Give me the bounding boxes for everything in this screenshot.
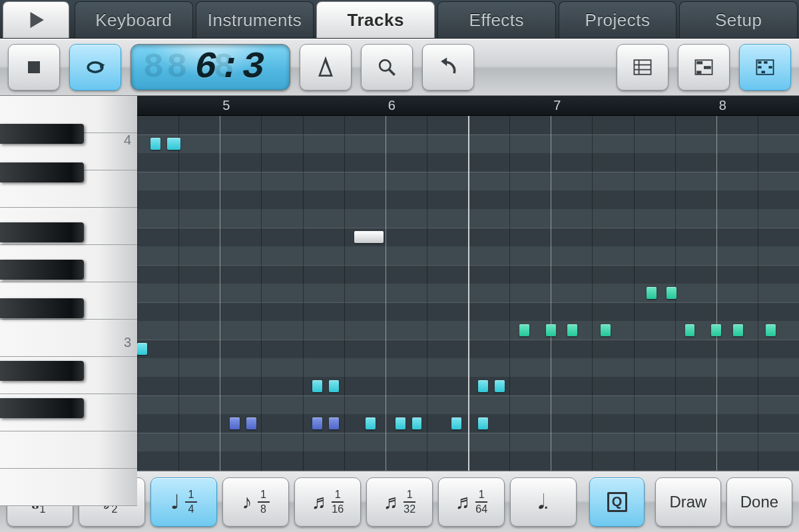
midi-note[interactable] (312, 380, 322, 392)
note-fraction: 116 (332, 489, 344, 515)
midi-note[interactable] (733, 324, 743, 336)
midi-note[interactable] (546, 324, 556, 336)
midi-note[interactable] (685, 324, 695, 336)
midi-note[interactable] (246, 417, 256, 429)
loop-button[interactable] (69, 44, 121, 91)
note-glyph-icon: ♬ (455, 492, 471, 512)
bar-number: 7 (553, 98, 561, 113)
bar-number: 6 (388, 98, 396, 113)
tabs-container: KeyboardInstrumentsTracksEffectsProjects… (73, 0, 799, 38)
midi-note[interactable] (329, 380, 339, 392)
midi-note[interactable] (451, 417, 461, 429)
midi-note[interactable] (137, 343, 147, 355)
undo-button[interactable] (422, 44, 474, 91)
note-grid[interactable] (137, 116, 799, 471)
lcd-ghost: 88:8 (143, 48, 237, 87)
black-key[interactable] (0, 222, 84, 242)
midi-note[interactable] (478, 380, 488, 392)
quantize-icon: Q (607, 492, 627, 512)
note-fraction: 164 (475, 489, 487, 515)
stop-button[interactable] (8, 44, 60, 91)
note-glyph-icon: 𝅘𝅥 . (538, 492, 549, 512)
svg-line-6 (390, 70, 395, 75)
note-value-dot[interactable]: 𝅘𝅥 . (510, 477, 577, 527)
tab-tracks[interactable]: Tracks (316, 1, 435, 38)
svg-rect-14 (704, 66, 711, 69)
svg-rect-18 (764, 61, 767, 64)
midi-note[interactable] (495, 380, 505, 392)
view-mode-3-button[interactable] (739, 44, 791, 91)
note-fraction: 132 (403, 489, 415, 515)
svg-rect-17 (758, 61, 761, 64)
midi-note[interactable] (666, 287, 676, 299)
metronome-button[interactable] (300, 44, 352, 91)
tab-instruments[interactable]: Instruments (196, 1, 314, 38)
midi-note[interactable] (567, 324, 577, 336)
bar-number: 8 (719, 98, 726, 113)
midi-note[interactable] (312, 417, 322, 429)
tab-effects[interactable]: Effects (437, 1, 556, 38)
midi-note[interactable] (354, 231, 384, 243)
midi-note[interactable] (150, 138, 160, 150)
midi-note[interactable] (167, 138, 180, 150)
note-glyph-icon: ♪ (242, 492, 252, 512)
midi-note[interactable] (396, 417, 405, 429)
position-display[interactable]: 88:8 6:3 (131, 44, 290, 91)
tab-projects[interactable]: Projects (559, 1, 677, 38)
svg-marker-0 (31, 12, 44, 28)
white-key[interactable] (0, 431, 137, 469)
piano-roll: 43 (0, 116, 799, 471)
svg-rect-19 (758, 66, 761, 69)
white-key[interactable] (0, 469, 137, 506)
black-key[interactable] (0, 398, 84, 418)
toolbar: 88:8 6:3 (0, 39, 799, 96)
midi-note[interactable] (711, 324, 721, 336)
tab-keyboard[interactable]: Keyboard (75, 1, 193, 38)
piano-keys[interactable]: 43 (0, 116, 137, 471)
midi-note[interactable] (478, 417, 488, 429)
note-value-16[interactable]: ♬116 (294, 477, 361, 527)
note-glyph-icon: ♩ (170, 492, 180, 512)
note-fraction: 18 (258, 489, 270, 515)
svg-marker-7 (441, 58, 447, 67)
bar-number: 5 (222, 98, 230, 113)
white-key[interactable] (0, 320, 137, 357)
midi-note[interactable] (601, 324, 611, 336)
svg-rect-13 (696, 61, 702, 65)
midi-note[interactable] (647, 287, 657, 299)
note-value-4[interactable]: ♩14 (150, 477, 217, 527)
midi-note[interactable] (766, 324, 776, 336)
svg-line-4 (326, 61, 330, 72)
black-key[interactable] (0, 260, 84, 280)
black-key[interactable] (0, 162, 84, 182)
midi-note[interactable] (230, 417, 240, 429)
view-mode-1-button[interactable] (617, 44, 668, 91)
octave-label: 3 (124, 335, 131, 350)
zoom-button[interactable] (361, 44, 413, 91)
black-key[interactable] (0, 361, 84, 381)
octave-label: 4 (124, 133, 131, 148)
note-glyph-icon: ♬ (312, 492, 327, 512)
midi-note[interactable] (412, 417, 422, 429)
done-button[interactable]: Done (726, 477, 792, 527)
quantize-button[interactable]: Q (589, 477, 645, 527)
note-value-32[interactable]: ♬132 (366, 477, 433, 527)
midi-note[interactable] (329, 417, 339, 429)
svg-point-5 (380, 60, 390, 71)
draw-button[interactable]: Draw (655, 477, 721, 527)
svg-rect-20 (768, 66, 772, 69)
tab-bar: KeyboardInstrumentsTracksEffectsProjects… (0, 0, 799, 39)
note-value-8[interactable]: ♪18 (222, 477, 289, 527)
midi-note[interactable] (366, 417, 376, 429)
svg-rect-8 (634, 60, 651, 75)
tab-setup[interactable]: Setup (679, 1, 798, 38)
black-key[interactable] (0, 124, 84, 144)
play-button[interactable] (3, 1, 69, 38)
midi-note[interactable] (519, 324, 529, 336)
note-value-64[interactable]: ♬164 (438, 477, 505, 527)
playhead[interactable] (468, 116, 469, 471)
svg-rect-15 (696, 71, 701, 74)
black-key[interactable] (0, 298, 84, 318)
view-mode-2-button[interactable] (678, 44, 730, 91)
svg-rect-1 (28, 61, 40, 73)
